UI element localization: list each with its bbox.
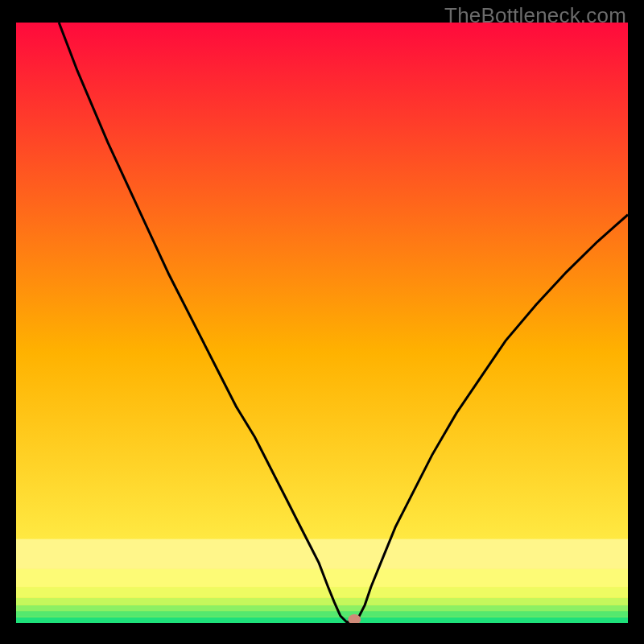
chart-svg — [16, 23, 628, 623]
band — [16, 587, 628, 597]
band — [16, 539, 628, 569]
band — [16, 611, 628, 617]
bottom-bands — [16, 539, 628, 623]
plot-area — [16, 23, 628, 623]
band — [16, 605, 628, 611]
band — [16, 617, 628, 623]
gradient-backdrop — [16, 23, 628, 623]
band — [16, 598, 628, 605]
chart-frame: TheBottleneck.com — [0, 0, 644, 644]
